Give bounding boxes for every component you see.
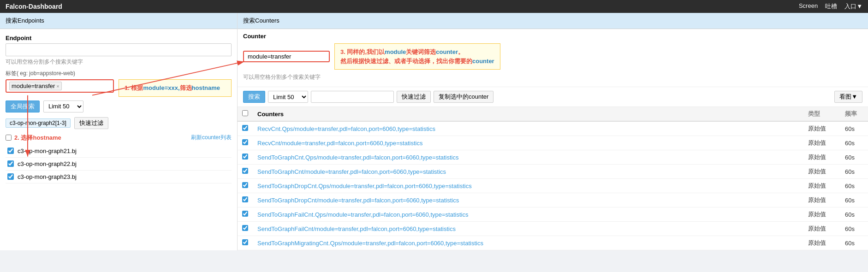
copy-selected-button[interactable]: 复制选中的counter bbox=[434, 91, 493, 103]
counter-checkbox-cell bbox=[238, 179, 253, 193]
counter-input[interactable] bbox=[243, 51, 330, 62]
refresh-counter-link[interactable]: 刷新counter列表 bbox=[191, 134, 232, 142]
counter-checkbox-cell bbox=[238, 121, 253, 136]
counter-name-8: SendToGraphMigratingCnt.Qps/module=trans… bbox=[253, 236, 803, 250]
select-all-checkbox[interactable] bbox=[6, 135, 12, 141]
counter-name-5: SendToGraphDropCnt/module=transfer,pdl=f… bbox=[253, 193, 803, 207]
search-bar-row: 搜索 Limit 50 Limit 100 Limit 200 快速过滤 复制选… bbox=[238, 87, 868, 107]
topbar: Falcon-Dashboard Screen 吐槽 入口▼ bbox=[0, 0, 868, 13]
counter-select-all[interactable] bbox=[242, 110, 248, 116]
counter-checkbox-cell bbox=[238, 165, 253, 179]
tag-module-transfer: module=transfer × bbox=[9, 82, 62, 90]
host-name-2: c3-op-mon-graph22.bj bbox=[18, 160, 77, 167]
endpoint-input[interactable] bbox=[6, 43, 232, 56]
counter-checkbox-cell bbox=[238, 136, 253, 150]
counter-freq-6: 60s bbox=[840, 207, 868, 222]
col-header-checkbox bbox=[238, 107, 253, 121]
left-panel-header: 搜索Endpoints bbox=[0, 13, 237, 29]
endpoint-label: Endpoint bbox=[6, 35, 232, 41]
list-item: c3-op-mon-graph23.bj bbox=[6, 171, 232, 183]
counter-search-button[interactable]: 搜索 bbox=[243, 91, 265, 103]
table-row: SendToGraphDropCnt.Qps/module=transfer,p… bbox=[238, 179, 868, 193]
host-checkbox-1[interactable] bbox=[7, 148, 14, 154]
col-header-counters: Counters bbox=[253, 107, 803, 121]
counter-freq-0: 60s bbox=[840, 121, 868, 136]
annotation-step1: 1. 根据module=xxx,筛选hostname bbox=[119, 79, 232, 97]
counter-checkbox-6[interactable] bbox=[242, 211, 248, 217]
counter-name-1: RecvCnt/module=transfer,pdl=falcon,port=… bbox=[253, 136, 803, 150]
counter-type-7: 原始值 bbox=[803, 222, 840, 236]
section-header: 2. 选择hostname 刷新counter列表 bbox=[6, 134, 232, 142]
filter-input[interactable] bbox=[311, 91, 394, 103]
quick-filter-counter-button[interactable]: 快速过滤 bbox=[397, 91, 431, 103]
app-title: Falcon-Dashboard bbox=[6, 3, 62, 10]
counter-freq-7: 60s bbox=[840, 222, 868, 236]
table-row: SendToGraphFailCnt.Qps/module=transfer,p… bbox=[238, 207, 868, 222]
panels-wrapper: 搜索Endpoints Endpoint 可以用空格分割多个搜索关键字 标签( … bbox=[0, 13, 868, 250]
table-row: SendToGraphMigratingCnt.Qps/module=trans… bbox=[238, 236, 868, 250]
counter-type-8: 原始值 bbox=[803, 236, 840, 250]
counter-type-1: 原始值 bbox=[803, 136, 840, 150]
counter-checkbox-cell bbox=[238, 207, 253, 222]
counter-type-0: 原始值 bbox=[803, 121, 840, 136]
right-panel-header: 搜索Counters bbox=[238, 13, 868, 29]
counter-checkbox-7[interactable] bbox=[242, 225, 248, 231]
left-panel-content: Endpoint 可以用空格分割多个搜索关键字 标签( eg: job=apps… bbox=[0, 29, 237, 250]
host-list: c3-op-mon-graph21.bj c3-op-mon-graph22.b… bbox=[6, 145, 232, 183]
host-checkbox-2[interactable] bbox=[7, 160, 14, 167]
counter-name-2: SendToGraphCnt.Qps/module=transfer,pdl=f… bbox=[253, 150, 803, 165]
counter-name-7: SendToGraphFailCnt/module=transfer,pdl=f… bbox=[253, 222, 803, 236]
quick-filter-button[interactable]: 快速过滤 bbox=[74, 117, 108, 129]
counter-checkbox-2[interactable] bbox=[242, 154, 248, 160]
counter-type-3: 原始值 bbox=[803, 165, 840, 179]
counter-checkbox-3[interactable] bbox=[242, 168, 248, 174]
counter-limit-select[interactable]: Limit 50 Limit 100 Limit 200 bbox=[268, 91, 308, 103]
counter-freq-2: 60s bbox=[840, 150, 868, 165]
counter-name-0: RecvCnt.Qps/module=transfer,pdl=falcon,p… bbox=[253, 121, 803, 136]
table-row: SendToGraphFailCnt/module=transfer,pdl=f… bbox=[238, 222, 868, 236]
step2-label: 2. 选择hostname bbox=[14, 134, 61, 142]
col-header-type: 类型 bbox=[803, 107, 840, 121]
counter-checkbox-8[interactable] bbox=[242, 239, 248, 245]
limit-select[interactable]: Limit 50 Limit 100 Limit 200 bbox=[43, 101, 83, 112]
counter-checkbox-cell bbox=[238, 150, 253, 165]
endpoint-hint: 可以用空格分割多个搜索关键字 bbox=[6, 58, 232, 66]
col-header-freq: 频率 bbox=[840, 107, 868, 121]
list-item: c3-op-mon-graph22.bj bbox=[6, 158, 232, 171]
host-name-1: c3-op-mon-graph21.bj bbox=[18, 148, 77, 154]
topbar-nav: Screen 吐槽 入口▼ bbox=[799, 2, 862, 11]
counter-freq-4: 60s bbox=[840, 179, 868, 193]
counter-checkbox-5[interactable] bbox=[242, 196, 248, 202]
table-row: SendToGraphDropCnt/module=transfer,pdl=f… bbox=[238, 193, 868, 207]
list-item: c3-op-mon-graph21.bj bbox=[6, 145, 232, 158]
tag-close-icon[interactable]: × bbox=[56, 83, 59, 89]
counter-type-4: 原始值 bbox=[803, 179, 840, 193]
results-row: c3-op-mon-graph2[1-3] 快速过滤 bbox=[6, 117, 232, 129]
counter-checkbox-0[interactable] bbox=[242, 125, 248, 131]
view-btn-group: 看图▼ bbox=[834, 91, 862, 103]
table-row: SendToGraphCnt.Qps/module=transfer,pdl=f… bbox=[238, 150, 868, 165]
counter-freq-3: 60s bbox=[840, 165, 868, 179]
counter-type-6: 原始值 bbox=[803, 207, 840, 222]
nav-screen[interactable]: Screen bbox=[799, 2, 818, 11]
counter-checkbox-cell bbox=[238, 222, 253, 236]
view-graph-button[interactable]: 看图▼ bbox=[834, 91, 862, 103]
counter-checkbox-cell bbox=[238, 193, 253, 207]
nav-entrance[interactable]: 入口▼ bbox=[844, 2, 862, 11]
tag-input-box[interactable]: module=transfer × bbox=[6, 79, 114, 93]
counter-input-row: Counter 3. 同样的,我们以module关键词筛选counter。 然后… bbox=[238, 29, 868, 87]
search-row: 全局搜索 Limit 50 Limit 100 Limit 200 bbox=[6, 101, 232, 112]
counter-name-6: SendToGraphFailCnt.Qps/module=transfer,p… bbox=[253, 207, 803, 222]
nav-tuchang[interactable]: 吐槽 bbox=[825, 2, 837, 11]
counter-type-5: 原始值 bbox=[803, 193, 840, 207]
counter-name-4: SendToGraphDropCnt.Qps/module=transfer,p… bbox=[253, 179, 803, 193]
counter-checkbox-1[interactable] bbox=[242, 139, 248, 145]
right-panel: 搜索Counters Counter 3. 同样的,我们以module关键词筛选… bbox=[238, 13, 868, 250]
counter-label: Counter bbox=[243, 33, 500, 40]
host-name-3: c3-op-mon-graph23.bj bbox=[18, 173, 77, 180]
counter-name-3: SendToGraphCnt/module=transfer,pdl=falco… bbox=[253, 165, 803, 179]
counter-checkbox-4[interactable] bbox=[242, 182, 248, 188]
global-search-button[interactable]: 全局搜索 bbox=[6, 101, 40, 112]
table-row: RecvCnt/module=transfer,pdl=falcon,port=… bbox=[238, 136, 868, 150]
host-checkbox-3[interactable] bbox=[7, 173, 14, 180]
